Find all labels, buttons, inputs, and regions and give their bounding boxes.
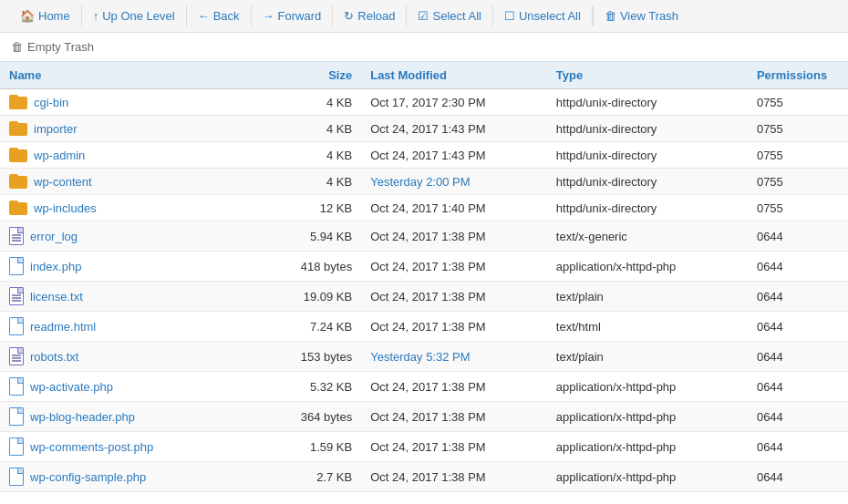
toolbar-forward-label: Forward [278, 9, 322, 23]
toolbar-back[interactable]: ← Back [187, 5, 252, 26]
col-header-type: Type [547, 62, 748, 89]
file-link[interactable]: error_log [30, 230, 78, 243]
file-link[interactable]: wp-blog-header.php [30, 410, 135, 424]
php-file-icon [9, 468, 24, 486]
cell-modified: Yesterday 2:00 PM [361, 169, 547, 195]
cell-permissions: 0644 [748, 432, 848, 462]
folder-icon [9, 174, 27, 189]
table-row[interactable]: wp-comments-post.php 1.59 KB Oct 24, 201… [0, 432, 848, 462]
cell-modified: Oct 24, 2017 1:43 PM [361, 116, 547, 142]
file-link[interactable]: license.txt [30, 290, 83, 303]
file-link[interactable]: wp-content [34, 175, 92, 189]
cell-name: wp-includes [0, 195, 261, 221]
toolbar-home[interactable]: 🏠 Home [9, 5, 82, 26]
cell-type: httpd/unix-directory [547, 142, 748, 169]
table-row[interactable]: license.txt 19.09 KB Oct 24, 2017 1:38 P… [0, 282, 848, 312]
text-file-icon [9, 227, 24, 245]
cell-size: 12 KB [261, 195, 361, 221]
file-link[interactable]: index.php [30, 260, 81, 273]
php-file-icon [9, 317, 24, 335]
cell-type: httpd/unix-directory [547, 116, 748, 142]
toolbar-view-trash[interactable]: 🗑 View Trash [593, 5, 689, 26]
cell-name: readme.html [0, 312, 261, 342]
cell-name: robots.txt [0, 342, 261, 372]
unselect-all-icon: ☐ [504, 9, 515, 23]
cell-name: wp-config-sample.php [0, 462, 261, 492]
cell-type: httpd/unix-directory [547, 195, 748, 221]
cell-modified: Oct 24, 2017 1:40 PM [361, 195, 547, 221]
col-header-modified: Last Modified [361, 62, 547, 89]
file-link[interactable]: readme.html [30, 320, 96, 334]
table-row[interactable]: readme.html 7.24 KB Oct 24, 2017 1:38 PM… [0, 312, 848, 342]
table-row[interactable]: importer 4 KB Oct 24, 2017 1:43 PM httpd… [0, 116, 848, 142]
cell-name: wp-admin [0, 142, 261, 169]
empty-trash-button[interactable]: 🗑 Empty Trash [11, 40, 94, 54]
cell-name: wp-blog-header.php [0, 402, 261, 432]
toolbar-reload[interactable]: ↻ Reload [333, 5, 407, 26]
cell-permissions: 0644 [748, 462, 848, 492]
cell-modified: Yesterday 5:32 PM [361, 342, 547, 372]
table-row[interactable]: wp-includes 12 KB Oct 24, 2017 1:40 PM h… [0, 195, 848, 221]
forward-icon: → [263, 9, 274, 23]
file-link[interactable]: wp-activate.php [30, 380, 113, 394]
cell-type: application/x-httpd-php [547, 462, 748, 492]
toolbar-up-one-level[interactable]: ↑ Up One Level [82, 5, 187, 26]
cell-modified: Oct 24, 2017 1:38 PM [361, 372, 547, 402]
folder-icon [9, 121, 27, 136]
cell-permissions: 0644 [748, 221, 848, 252]
cell-type: text/plain [547, 282, 748, 312]
cell-type: application/x-httpd-php [547, 432, 748, 462]
toolbar-unselect-all[interactable]: ☐ Unselect All [493, 5, 593, 26]
cell-size: 4 KB [261, 142, 361, 169]
table-row[interactable]: error_log 5.94 KB Oct 24, 2017 1:38 PM t… [0, 221, 848, 252]
empty-trash-icon: 🗑 [11, 40, 23, 54]
table-row[interactable]: robots.txt 153 bytes Yesterday 5:32 PM t… [0, 342, 848, 372]
cell-modified: Oct 17, 2017 2:30 PM [361, 89, 547, 116]
cell-type: httpd/unix-directory [547, 169, 748, 195]
file-link[interactable]: wp-comments-post.php [30, 440, 153, 454]
col-header-size: Size [261, 62, 361, 89]
file-link[interactable]: robots.txt [30, 350, 78, 364]
table-row[interactable]: wp-content 4 KB Yesterday 2:00 PM httpd/… [0, 169, 848, 195]
select-all-icon: ☑ [418, 9, 429, 23]
file-link[interactable]: wp-includes [34, 201, 97, 215]
cell-permissions: 0644 [748, 252, 848, 282]
toolbar-forward[interactable]: → Forward [252, 5, 334, 26]
table-row[interactable]: wp-config-sample.php 2.7 KB Oct 24, 2017… [0, 462, 848, 492]
cell-modified: Oct 24, 2017 1:38 PM [361, 432, 547, 462]
cell-size: 364 bytes [261, 402, 361, 432]
file-link[interactable]: wp-admin [34, 149, 85, 162]
cell-permissions: 0644 [748, 342, 848, 372]
empty-trash-label: Empty Trash [27, 40, 94, 54]
col-header-name: Name [0, 62, 261, 89]
cell-modified: Oct 24, 2017 1:43 PM [361, 142, 547, 169]
php-file-icon [9, 407, 24, 426]
cell-size: 7.24 KB [261, 312, 361, 342]
cell-permissions: 0755 [748, 89, 848, 116]
table-row[interactable]: wp-blog-header.php 364 bytes Oct 24, 201… [0, 402, 848, 432]
php-file-icon [9, 377, 24, 396]
file-link[interactable]: wp-config-sample.php [30, 470, 146, 484]
col-header-permissions: Permissions [748, 62, 848, 89]
cell-size: 418 bytes [261, 252, 361, 282]
cell-size: 19.09 KB [261, 282, 361, 312]
php-file-icon [9, 437, 24, 456]
toolbar-select-all-label: Select All [432, 9, 481, 23]
toolbar-unselect-all-label: Unselect All [519, 9, 581, 23]
table-row[interactable]: cgi-bin 4 KB Oct 17, 2017 2:30 PM httpd/… [0, 89, 848, 116]
file-link[interactable]: cgi-bin [34, 96, 68, 109]
text-file-icon [9, 287, 24, 305]
table-row[interactable]: index.php 418 bytes Oct 24, 2017 1:38 PM… [0, 252, 848, 282]
cell-name: license.txt [0, 282, 261, 312]
table-row[interactable]: wp-admin 4 KB Oct 24, 2017 1:43 PM httpd… [0, 142, 848, 169]
cell-name: wp-activate.php [0, 372, 261, 402]
cell-name: error_log [0, 221, 261, 252]
cell-name: wp-comments-post.php [0, 432, 261, 462]
cell-type: application/x-httpd-php [547, 372, 748, 402]
back-icon: ← [198, 9, 210, 23]
cell-modified: Oct 24, 2017 1:38 PM [361, 462, 547, 492]
cell-permissions: 0755 [748, 142, 848, 169]
table-row[interactable]: wp-activate.php 5.32 KB Oct 24, 2017 1:3… [0, 372, 848, 402]
file-link[interactable]: importer [34, 122, 78, 136]
toolbar-select-all[interactable]: ☑ Select All [407, 5, 492, 26]
